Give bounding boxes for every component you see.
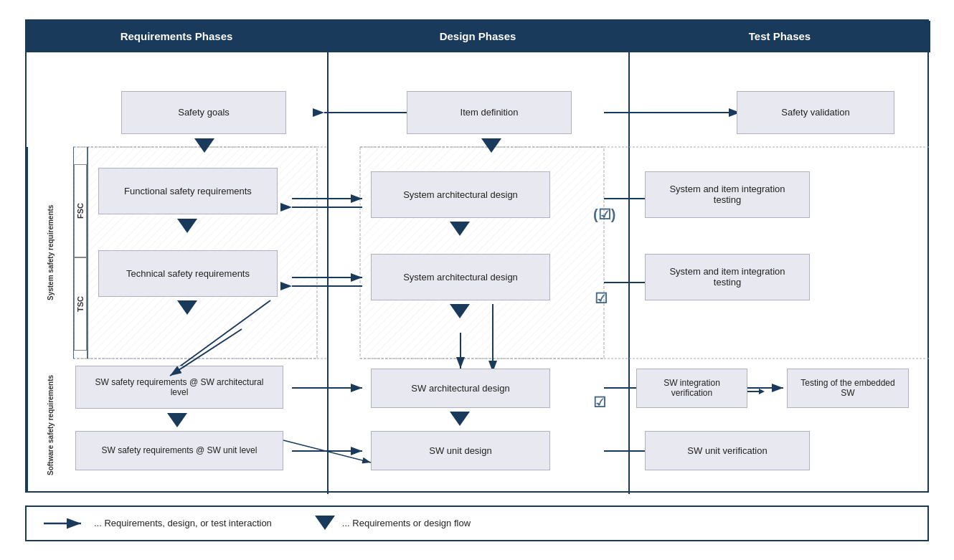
svg-marker-49 [315, 516, 335, 530]
item-definition-box: Item definition [407, 91, 572, 134]
sw-unit-design-box: SW unit design [371, 431, 550, 470]
test-header-label: Test Phases [749, 30, 811, 42]
svg-marker-38 [177, 300, 197, 315]
svg-marker-39 [450, 304, 470, 318]
functional-safety-req-box: Functional safety requirements [98, 168, 278, 214]
technical-safety-req-box: Technical safety requirements [98, 250, 278, 297]
sys-item-test-2-box: System and item integration testing [645, 254, 810, 300]
software-safety-req-label: Software safety requirements [27, 359, 73, 491]
test-header: Test Phases [629, 21, 930, 52]
chevron-sys-arch-1 [450, 222, 470, 237]
chevron-safety-goals [194, 138, 214, 154]
fsc-label: FSC [74, 164, 87, 257]
chevron-sys-arch-2 [450, 304, 470, 320]
svg-marker-42 [450, 412, 470, 426]
testing-embedded-box: Testing of the embedded SW [787, 369, 909, 408]
sw-arch-design-box: SW architectural design [371, 369, 550, 408]
svg-line-46 [283, 440, 371, 462]
chevron-item-def [481, 138, 501, 154]
chevron-sw-safety-arch [167, 413, 187, 429]
system-arch-design-1-box: System architectural design [371, 171, 550, 218]
legend-arrow-label: ... Requirements, design, or test intera… [94, 518, 272, 528]
diagram-area: Requirements Phases Design Phases Test P… [25, 19, 929, 493]
req-header: Requirements Phases [27, 21, 328, 52]
legend-chevron-item: ... Requirements or design flow [315, 516, 471, 531]
tsc-label: TSC [74, 257, 87, 351]
legend-arrow-item: ... Requirements, design, or test intera… [44, 518, 272, 529]
svg-marker-41 [759, 389, 765, 394]
checkbox-2: ☑ [595, 290, 608, 307]
checkbox-1: (☑) [593, 206, 615, 223]
legend-chevron-label: ... Requirements or design flow [342, 518, 471, 528]
sw-safety-unit-box: SW safety requirements @ SW unit level [75, 431, 283, 470]
svg-marker-43 [167, 413, 187, 427]
svg-marker-37 [450, 222, 470, 236]
legend-arrow-icon [44, 518, 87, 529]
chevron-sw-arch [450, 412, 470, 427]
svg-marker-36 [177, 219, 197, 233]
safety-goals-box: Safety goals [121, 91, 286, 134]
design-header-label: Design Phases [440, 30, 516, 42]
checkbox-3: ☑ [593, 394, 606, 411]
sw-safety-arch-box: SW safety requirements @ SW architectura… [75, 366, 283, 409]
sys-item-test-1-box: System and item integration testing [645, 171, 810, 218]
system-arch-design-2-box: System architectural design [371, 254, 550, 300]
req-header-label: Requirements Phases [121, 30, 233, 42]
legend-chevron-icon [315, 516, 335, 531]
design-header: Design Phases [328, 21, 629, 52]
system-safety-req-label: System safety requirements [27, 147, 73, 359]
chevron-functional [177, 219, 197, 234]
safety-validation-box: Safety validation [737, 91, 894, 134]
legend: ... Requirements, design, or test intera… [25, 506, 929, 541]
sw-unit-verification-box: SW unit verification [645, 431, 810, 470]
main-container: Requirements Phases Design Phases Test P… [25, 19, 929, 541]
sw-integration-verification-box: SW integration verification [636, 369, 747, 408]
chevron-technical [177, 300, 197, 316]
arrow-int-to-test [747, 386, 769, 397]
